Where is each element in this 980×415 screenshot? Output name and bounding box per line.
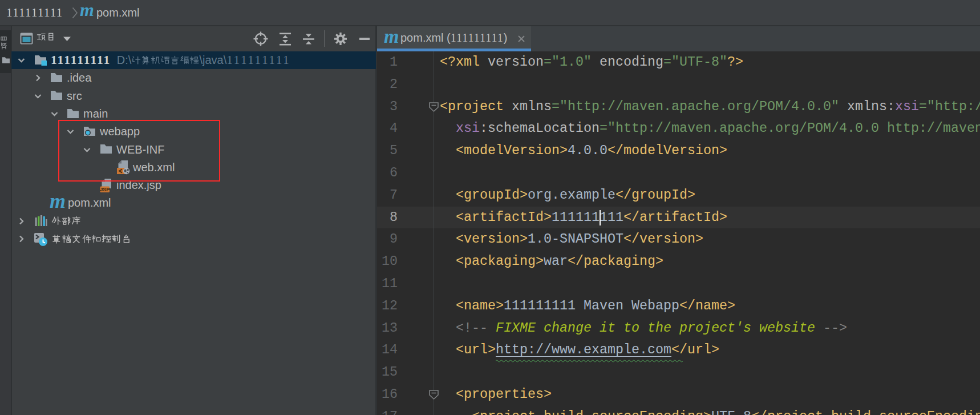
svg-text:JSP: JSP xyxy=(100,187,110,192)
